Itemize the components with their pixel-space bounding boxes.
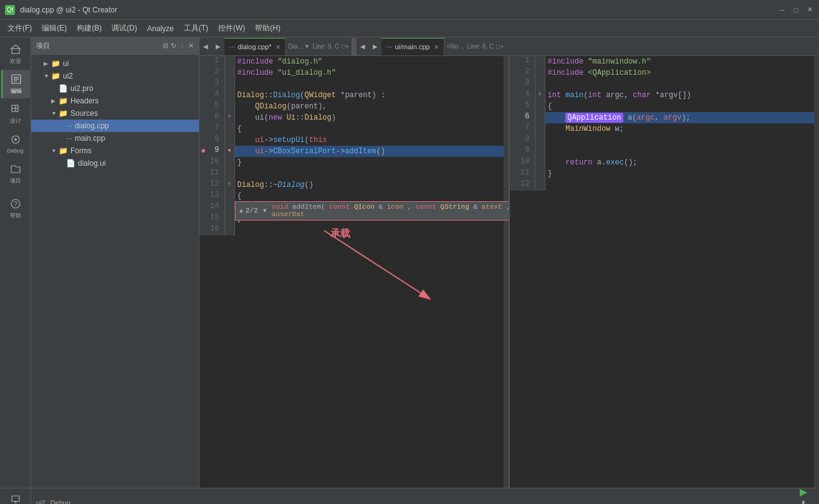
tree-close-icon[interactable]: ✕: [188, 42, 194, 50]
line-row: 13 {: [199, 191, 509, 202]
menu-analyze[interactable]: Analyze: [142, 23, 179, 34]
autocomplete-header: ▲ 2/2 ▼ void addItem( const QIcon & icon…: [236, 202, 509, 220]
r-line-gutter-7: [535, 123, 545, 135]
code-line-2: #include "ui_dialog.h": [234, 67, 509, 78]
menu-file[interactable]: 文件(F): [2, 22, 37, 35]
sidebar-item-project[interactable]: 项目: [1, 159, 30, 188]
minimize-button[interactable]: ─: [778, 6, 787, 14]
sidebar-label-welcome: 欢迎: [10, 57, 21, 65]
menu-help[interactable]: 帮助(H): [250, 22, 285, 35]
ac-comma1: ,: [408, 203, 416, 211]
line-row: 8: [510, 135, 819, 146]
file-icon-pro: 📄: [59, 84, 68, 93]
filter-icon[interactable]: ⊟: [163, 42, 168, 50]
tree-label-main-cpp: main.cpp: [75, 134, 105, 143]
file-tree-header: 项目 ⊟ ↻ ⋮ ✕: [31, 37, 199, 55]
line-row: 1 #include "dialog.h": [199, 56, 509, 67]
autocomplete-popup: ▲ 2/2 ▼ void addItem( const QIcon & icon…: [235, 201, 509, 221]
ac-const2: const: [416, 203, 436, 211]
tab-nav-right2[interactable]: ◀: [357, 38, 369, 55]
menu-controls[interactable]: 控件(W): [213, 22, 250, 35]
sidebar-item-design[interactable]: 设计: [1, 100, 30, 128]
menu-edit[interactable]: 编辑(E): [37, 22, 72, 35]
r-line-gutter-5: [535, 101, 545, 112]
tree-item-dialog-ui[interactable]: 📄 dialog.ui: [31, 157, 199, 169]
sidebar-item-welcome[interactable]: 欢迎: [1, 40, 30, 69]
line-num-10: 10: [199, 157, 224, 168]
code-area-right[interactable]: 1 #include "mainwindow.h" 2 #include <QA…: [510, 56, 819, 488]
step-button[interactable]: ⬇: [800, 499, 807, 504]
tab-location-right-label: <No…: [447, 43, 465, 50]
line-num-6: 6: [199, 112, 224, 123]
line-gutter-9: ●: [224, 146, 234, 157]
r-line-num-9: 9: [510, 146, 535, 157]
design-icon: [10, 103, 21, 115]
menu-build[interactable]: 构建(B): [72, 22, 107, 35]
maximize-button[interactable]: □: [792, 6, 800, 14]
line-num-12: 12: [199, 179, 224, 191]
ac-void-keyword: void: [272, 203, 288, 211]
help-icon: ?: [10, 198, 21, 209]
scrollbar-right[interactable]: [814, 56, 819, 488]
sync-icon[interactable]: ↻: [171, 42, 176, 50]
code-line-13: {: [234, 191, 509, 202]
sidebar-item-debug[interactable]: Debug: [1, 130, 30, 158]
bottom-bar: ui2 ui2 Debug ▶ ⬇ 🔧: [0, 488, 819, 504]
line-row: 3: [199, 78, 509, 90]
tab-nav-left[interactable]: ◀: [199, 38, 212, 55]
tab-dialog-cpp[interactable]: ··· dialog.cpp* ✕: [224, 38, 286, 55]
line-gutter-8: [224, 135, 234, 146]
tree-item-ui[interactable]: ▶ 📁 ui: [31, 57, 199, 70]
r-line-gutter-4: ▼: [535, 90, 545, 101]
menu-debug[interactable]: 调试(D): [107, 22, 142, 35]
line-row: 12 ▼ Dialog::~Dialog(): [199, 179, 509, 191]
tab-close-dialog-cpp[interactable]: ✕: [275, 44, 280, 50]
tab-nav-right[interactable]: ▶: [212, 38, 224, 55]
tree-item-main-cpp[interactable]: ··· main.cpp: [31, 132, 199, 145]
tree-item-ui2pro[interactable]: 📄 ui2.pro: [31, 82, 199, 95]
tab-line-info: Line: 9, C: [313, 43, 340, 50]
line-gutter-7: [224, 123, 234, 135]
sidebar-item-help[interactable]: ? 帮助: [1, 194, 30, 223]
tree-options-icon[interactable]: ⋮: [179, 42, 186, 50]
debug-icon: [10, 134, 21, 145]
code-line-11: [234, 168, 509, 179]
window-controls: ─ □ ✕: [778, 6, 814, 14]
r-code-line-3: [545, 78, 819, 90]
tree-item-sources[interactable]: ▼ 📁 Sources: [31, 107, 199, 120]
tree-item-dialog-cpp[interactable]: ··· dialog.cpp: [31, 120, 199, 132]
code-line-9: ui->CBoxSerialPort->addItem(): [234, 146, 509, 157]
r-line-gutter-9: [535, 146, 545, 157]
line-gutter-3: [224, 78, 234, 90]
tab-close-main-cpp[interactable]: ✕: [434, 44, 439, 50]
tree-item-forms[interactable]: ▼ 📁 Forms: [31, 145, 199, 157]
tab-location-label: Dia…▼: [289, 43, 310, 50]
sidebar-item-edit[interactable]: 编辑: [1, 70, 30, 98]
line-num-9: ● 9: [199, 146, 224, 157]
r-line-gutter-10: [535, 157, 545, 168]
line-num-8: 8: [199, 135, 224, 146]
tab-icon-dialog-cpp: ···: [229, 43, 235, 50]
menu-tools[interactable]: 工具(T): [179, 22, 213, 35]
line-gutter-5: [224, 101, 234, 112]
line-row: 7 {: [199, 123, 509, 135]
bottom-project-item[interactable]: [2, 493, 29, 504]
autocomplete-nav-up[interactable]: ▲: [239, 207, 243, 214]
autocomplete-nav-down[interactable]: ▼: [263, 207, 267, 214]
tree-label-sources: Sources: [70, 109, 98, 118]
code-line-3: [234, 78, 509, 90]
file-tree-actions: ⊟ ↻ ⋮ ✕: [163, 42, 194, 50]
file-tree-panel: 项目 ⊟ ↻ ⋮ ✕ ▶ 📁 ui ▼ 📁 ui2: [31, 37, 199, 488]
r-line-gutter-12: [535, 179, 545, 191]
code-area-left[interactable]: 1 #include "dialog.h" 2 #include "ui_dia…: [199, 56, 509, 488]
tab-nav-right3[interactable]: ▶: [369, 38, 381, 55]
line-row: 11: [199, 168, 509, 179]
line-num-14: 14: [199, 202, 224, 213]
tree-item-ui2[interactable]: ▼ 📁 ui2: [31, 70, 199, 82]
close-button[interactable]: ✕: [805, 6, 814, 14]
r-line-num-7: 7: [510, 123, 535, 135]
r-line-num-1: 1: [510, 56, 535, 67]
tab-main-cpp[interactable]: ··· ui/main.cpp ✕: [381, 38, 444, 55]
tree-item-headers[interactable]: ▶ 📁 Headers: [31, 95, 199, 107]
scrollbar-left[interactable]: [504, 56, 509, 488]
